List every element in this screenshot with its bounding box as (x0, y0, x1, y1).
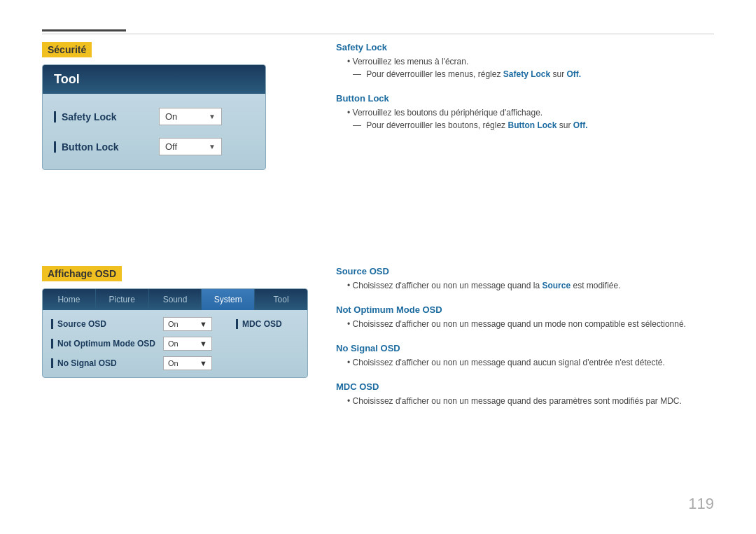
osd-notoptimum-row: Not Optimum Mode OSD On ▼ (51, 337, 219, 351)
mdc-osd-desc: MDC OSD • Choisissez d'afficher ou non u… (336, 381, 714, 406)
not-optimum-desc: Not Optimum Mode OSD • Choisissez d'affi… (336, 304, 714, 329)
not-optimum-bullet: • Choisissez d'afficher ou non un messag… (347, 319, 714, 329)
not-optimum-title: Not Optimum Mode OSD (336, 304, 714, 315)
no-signal-desc: No Signal OSD • Choisissez d'afficher ou… (336, 343, 714, 367)
osd-notoptimum-select[interactable]: On ▼ (163, 337, 212, 351)
source-bold: Source (542, 281, 570, 290)
osd-nav-tool[interactable]: Tool (255, 289, 307, 310)
button-lock-arrow: ▼ (209, 143, 216, 150)
safety-lock-sub: Pour déverrouiller les menus, réglez Saf… (353, 69, 714, 79)
osd-source-arrow: ▼ (200, 320, 207, 328)
safety-lock-select[interactable]: On ▼ (159, 108, 222, 125)
osd-nosignal-value: On (168, 359, 178, 367)
osd-right-rows: MDC OSD On ▼ (230, 317, 308, 370)
button-lock-row: Button Lock Off ▼ (54, 138, 254, 155)
osd-source-value: On (168, 320, 178, 328)
affichage-osd-section: Affichage OSD Home Picture Sound System … (42, 266, 336, 378)
safety-lock-sub-value: Off. (567, 69, 582, 79)
osd-left-rows: Source OSD On ▼ Not Optimum Mode OSD On … (51, 317, 219, 370)
osd-mdc-row: MDC OSD On ▼ (236, 317, 308, 331)
securite-section: Sécurité Tool Safety Lock On ▼ Button Lo… (42, 42, 315, 170)
osd-nosignal-label: No Signal OSD (51, 358, 163, 368)
button-lock-desc: Button Lock • Verrouillez les boutons du… (336, 93, 714, 130)
page-number: 119 (688, 495, 714, 513)
osd-panel: Home Picture Sound System Tool Source OS… (42, 288, 308, 378)
button-lock-sub-value: Off. (573, 120, 588, 130)
osd-notoptimum-label: Not Optimum Mode OSD (51, 339, 163, 349)
accent-line (42, 29, 126, 31)
safety-lock-value: On (165, 111, 177, 122)
safety-lock-label: Safety Lock (54, 111, 159, 122)
osd-mdc-label: MDC OSD (236, 319, 308, 329)
osd-source-select[interactable]: On ▼ (163, 317, 212, 331)
safety-lock-bullet: • Verrouillez les menus à l'écran. (347, 57, 714, 66)
top-divider (42, 34, 714, 34)
button-lock-select[interactable]: Off ▼ (159, 138, 222, 155)
affichage-osd-badge: Affichage OSD (42, 266, 122, 281)
osd-body: Source OSD On ▼ Not Optimum Mode OSD On … (43, 310, 307, 377)
osd-nav-picture[interactable]: Picture (96, 289, 149, 310)
securite-descriptions: Safety Lock • Verrouillez les menus à l'… (336, 42, 714, 144)
no-signal-bullet: • Choisissez d'afficher ou non un messag… (347, 358, 714, 367)
mdc-osd-title: MDC OSD (336, 381, 714, 392)
button-lock-value: Off (165, 141, 177, 152)
osd-source-row: Source OSD On ▼ (51, 317, 219, 331)
osd-nosignal-row: No Signal OSD On ▼ (51, 356, 219, 370)
source-osd-bullet: • Choisissez d'afficher ou non un messag… (347, 281, 714, 290)
osd-body-inner: Source OSD On ▼ Not Optimum Mode OSD On … (51, 317, 299, 370)
button-lock-label: Button Lock (54, 141, 159, 153)
osd-nav: Home Picture Sound System Tool (43, 289, 307, 310)
mdc-osd-bullet: • Choisissez d'afficher ou non un messag… (347, 396, 714, 406)
securite-badge: Sécurité (42, 42, 92, 57)
button-lock-desc-title: Button Lock (336, 93, 714, 104)
osd-nav-sound[interactable]: Sound (149, 289, 202, 310)
tool-panel-header: Tool (43, 65, 265, 94)
source-osd-title: Source OSD (336, 266, 714, 276)
safety-lock-arrow: ▼ (209, 113, 216, 120)
osd-descriptions: Source OSD • Choisissez d'afficher ou no… (336, 266, 714, 420)
safety-lock-sub-bold: Safety Lock (503, 69, 553, 79)
button-lock-bullet: • Verrouillez les boutons du périphériqu… (347, 108, 714, 118)
osd-nosignal-arrow: ▼ (200, 359, 207, 367)
safety-lock-desc: Safety Lock • Verrouillez les menus à l'… (336, 42, 714, 79)
osd-nosignal-select[interactable]: On ▼ (163, 356, 212, 370)
tool-panel-body: Safety Lock On ▼ Button Lock Off ▼ (43, 94, 265, 169)
tool-panel: Tool Safety Lock On ▼ Button Lock Off ▼ (42, 64, 266, 170)
safety-lock-row: Safety Lock On ▼ (54, 108, 254, 125)
button-lock-sub: Pour déverrouiller les boutons, réglez B… (353, 120, 714, 130)
button-lock-sub-bold: Button Lock (507, 120, 559, 130)
safety-lock-desc-title: Safety Lock (336, 42, 714, 52)
no-signal-title: No Signal OSD (336, 343, 714, 353)
osd-source-label: Source OSD (51, 319, 163, 329)
source-osd-desc: Source OSD • Choisissez d'afficher ou no… (336, 266, 714, 290)
osd-notoptimum-value: On (168, 339, 178, 348)
osd-notoptimum-arrow: ▼ (200, 339, 207, 348)
osd-nav-home[interactable]: Home (43, 289, 96, 310)
osd-nav-system[interactable]: System (202, 289, 255, 310)
